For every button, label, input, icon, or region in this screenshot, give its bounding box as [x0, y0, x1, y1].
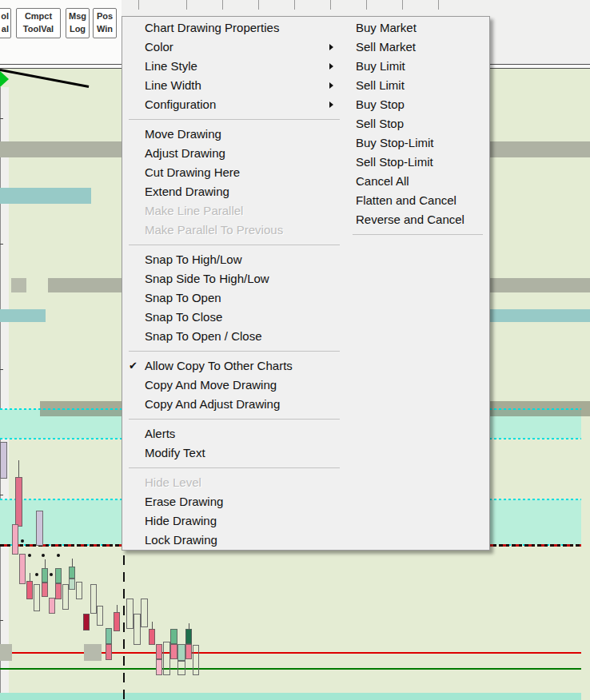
- menu-item-buy-stop-limit[interactable]: Buy Stop-Limit: [346, 133, 489, 153]
- toolbar-button-pos-win[interactable]: Pos Win: [93, 8, 117, 38]
- candle: [49, 598, 55, 614]
- menu-item-label: Cancel All: [356, 174, 409, 188]
- candle: [36, 511, 43, 546]
- candle: [149, 629, 155, 645]
- menu-item-buy-market[interactable]: Buy Market: [346, 18, 489, 38]
- menu-item-erase-drawing[interactable]: Erase Drawing: [122, 492, 346, 511]
- menu-item-adjust-drawing[interactable]: Adjust Drawing: [122, 144, 346, 163]
- menu-item-sell-stop-limit[interactable]: Sell Stop-Limit: [346, 153, 489, 172]
- menu-item-label: Flatten and Cancel: [356, 193, 456, 207]
- candle: [177, 661, 185, 675]
- menu-item-sell-market[interactable]: Sell Market: [346, 38, 489, 57]
- menu-item-snap-side-to-high-low[interactable]: Snap Side To High/Low: [122, 269, 346, 288]
- menu-item-snap-to-high-low[interactable]: Snap To High/Low: [122, 250, 346, 269]
- menu-item-label: Sell Limit: [356, 78, 405, 92]
- menu-separator-line: [353, 234, 483, 235]
- menu-item-snap-to-open[interactable]: Snap To Open: [122, 288, 346, 308]
- toolbar-button-clipped[interactable]: ol al: [0, 8, 11, 38]
- menu-separator-line: [129, 351, 340, 352]
- candle: [97, 606, 103, 626]
- menu-item-lock-drawing[interactable]: Lock Drawing: [122, 531, 346, 550]
- candle: [141, 599, 148, 627]
- menu-item-cancel-all[interactable]: Cancel All: [346, 172, 489, 191]
- menu-item-hide-drawing[interactable]: Hide Drawing: [122, 511, 346, 531]
- candle: [55, 568, 62, 583]
- candle: [177, 644, 185, 661]
- menu-item-sell-stop[interactable]: Sell Stop: [346, 114, 489, 133]
- menu-separator: [122, 346, 346, 356]
- candle: [12, 524, 18, 555]
- menu-item-label: Copy And Adjust Drawing: [145, 397, 280, 411]
- menu-item-label: Move Drawing: [145, 127, 221, 141]
- indicator-dot: [28, 554, 31, 557]
- menu-item-reverse-and-cancel[interactable]: Reverse and Cancel: [346, 210, 489, 229]
- toolbar-button-cmpct-toolval[interactable]: Cmpct ToolVal: [16, 8, 61, 38]
- menu-item-color[interactable]: Color: [122, 38, 346, 57]
- menu-item-label: Color: [145, 40, 173, 54]
- candle: [42, 583, 48, 597]
- menu-item-sell-limit[interactable]: Sell Limit: [346, 76, 489, 95]
- menu-item-label: Extend Drawing: [145, 185, 229, 198]
- menu-item-label: Sell Market: [356, 40, 416, 54]
- candle-wick: [152, 622, 153, 629]
- menu-item-label: Sell Stop-Limit: [356, 155, 433, 169]
- price-scale-tick: [0, 244, 3, 245]
- toolbar-separator-tick: [294, 0, 295, 10]
- toolbar-button-label: ol: [1, 10, 9, 23]
- chart-band: [0, 693, 581, 700]
- menu-item-buy-limit[interactable]: Buy Limit: [346, 57, 489, 76]
- candle-wick: [30, 573, 30, 581]
- candle-wick: [45, 559, 46, 568]
- toolbar-separator-tick: [366, 0, 367, 10]
- menu-item-hide-level[interactable]: Hide Level: [122, 473, 346, 492]
- menu-separator-line: [129, 245, 340, 245]
- price-scale[interactable]: [0, 87, 9, 700]
- menu-item-allow-copy-to-other-charts[interactable]: Allow Copy To Other Charts✔: [122, 356, 346, 376]
- menu-separator-line: [129, 467, 340, 468]
- toolbar-button-label: Log: [70, 23, 86, 36]
- candle: [185, 629, 192, 644]
- menu-item-alerts[interactable]: Alerts: [122, 424, 346, 443]
- toolbar-button-label: Cmpct: [25, 10, 52, 23]
- menu-item-buy-stop[interactable]: Buy Stop: [346, 95, 489, 114]
- menu-item-snap-to-close[interactable]: Snap To Close: [122, 308, 346, 327]
- menu-item-label: Copy And Move Drawing: [145, 378, 277, 392]
- candle: [170, 629, 177, 644]
- menu-item-copy-and-adjust-drawing[interactable]: Copy And Adjust Drawing: [122, 395, 346, 414]
- menu-item-make-line-parallel[interactable]: Make Line Parallel: [122, 201, 346, 221]
- menu-item-snap-to-open-close[interactable]: Snap To Open / Close: [122, 327, 346, 346]
- menu-item-modify-text[interactable]: Modify Text: [122, 443, 346, 463]
- toolbar-button-msg-log[interactable]: Msg Log: [66, 8, 90, 38]
- chart-band: [0, 188, 91, 204]
- menu-item-make-parallel-to-previous[interactable]: Make Parallel To Previous: [122, 221, 346, 240]
- menu-item-copy-and-move-drawing[interactable]: Copy And Move Drawing: [122, 376, 346, 395]
- menu-item-label: Lock Drawing: [145, 533, 217, 547]
- chart-band: [0, 309, 46, 322]
- menu-item-line-width[interactable]: Line Width: [122, 76, 346, 95]
- menu-item-label: Alerts: [145, 427, 175, 440]
- menu-item-move-drawing[interactable]: Move Drawing: [122, 125, 346, 144]
- chart-band: [11, 278, 26, 292]
- menu-separator-line: [129, 119, 340, 120]
- horizontal-price-line: [0, 668, 581, 670]
- menu-item-label: Snap To Open / Close: [145, 329, 261, 343]
- volume-gray-box: [0, 644, 12, 661]
- menu-item-chart-drawing-properties[interactable]: Chart Drawing Properties: [122, 18, 346, 38]
- context-menu-right-column: Buy MarketSell MarketBuy LimitSell Limit…: [346, 18, 489, 240]
- candle: [19, 554, 26, 584]
- candle: [15, 477, 22, 527]
- menu-item-label: Buy Market: [356, 21, 417, 34]
- candle-wick: [189, 623, 189, 629]
- menu-item-flatten-and-cancel[interactable]: Flatten and Cancel: [346, 191, 489, 210]
- candle: [76, 582, 82, 599]
- candle: [90, 584, 97, 614]
- menu-item-line-style[interactable]: Line Style: [122, 57, 346, 76]
- menu-item-configuration[interactable]: Configuration: [122, 95, 346, 114]
- toolbar-button-label: Msg: [69, 10, 86, 23]
- toolbar-button-label: Pos: [97, 10, 113, 23]
- menu-item-extend-drawing[interactable]: Extend Drawing: [122, 182, 346, 201]
- menu-item-label: Hide Drawing: [145, 514, 217, 527]
- candle: [193, 645, 199, 675]
- menu-item-cut-drawing-here[interactable]: Cut Drawing Here: [122, 163, 346, 182]
- trend-line: [0, 69, 89, 88]
